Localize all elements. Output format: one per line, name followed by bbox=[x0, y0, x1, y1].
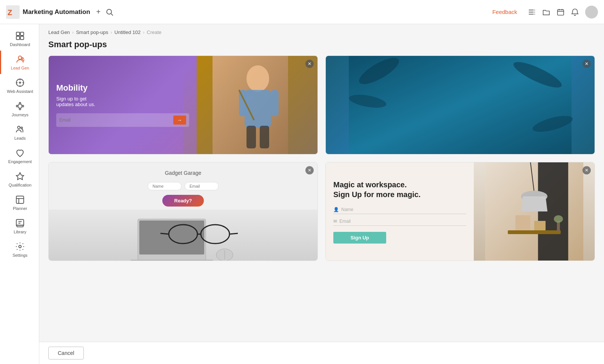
cancel-button[interactable]: Cancel bbox=[48, 347, 84, 359]
gadget-ready-button[interactable]: Ready? bbox=[162, 195, 204, 207]
svg-rect-35 bbox=[16, 219, 24, 225]
library-icon bbox=[15, 218, 25, 228]
sidebar-label-web-assistant: Web Assistant bbox=[7, 89, 33, 94]
sidebar-item-web-assistant[interactable]: Web Assistant bbox=[0, 74, 39, 97]
svg-point-40 bbox=[247, 65, 269, 92]
svg-rect-4 bbox=[529, 9, 534, 10]
breadcrumb: Lead Gen › Smart pop-ups › Untitled 102 … bbox=[39, 24, 604, 38]
gadget-name-input[interactable] bbox=[148, 182, 182, 190]
page-title: Smart pop-ups bbox=[48, 40, 595, 49]
svg-text:Z: Z bbox=[8, 8, 12, 17]
sidebar-label-leads: Leads bbox=[14, 136, 26, 140]
card-magic-close[interactable]: ✕ bbox=[582, 166, 591, 174]
svg-point-2 bbox=[106, 9, 111, 14]
card-mobility[interactable]: Mobility Sign up to getupdates about us.… bbox=[48, 56, 318, 154]
settings-icon bbox=[15, 242, 25, 251]
svg-rect-9 bbox=[534, 14, 535, 14]
card-zylker-close[interactable]: ✕ bbox=[582, 60, 591, 68]
svg-point-22 bbox=[19, 102, 21, 104]
breadcrumb-untitled[interactable]: Untitled 102 bbox=[114, 29, 140, 35]
magic-email-row: ✉ Email bbox=[333, 217, 466, 226]
svg-rect-44 bbox=[247, 126, 256, 148]
cards-grid: Mobility Sign up to getupdates about us.… bbox=[39, 56, 604, 342]
svg-line-59 bbox=[230, 233, 238, 234]
sidebar-item-planner[interactable]: Planner bbox=[0, 191, 39, 214]
person-silhouette bbox=[183, 56, 317, 154]
breadcrumb-lead-gen[interactable]: Lead Gen bbox=[48, 29, 70, 35]
card-gadget-close[interactable]: ✕ bbox=[305, 166, 314, 174]
svg-line-58 bbox=[160, 233, 169, 234]
card-magic-illustration bbox=[474, 162, 595, 261]
card-zylker-inner: ZYLKER HOMESTAYS Username Email Enter bbox=[326, 56, 595, 154]
calendar-icon[interactable] bbox=[556, 8, 565, 16]
svg-rect-68 bbox=[534, 221, 545, 230]
list-icon[interactable] bbox=[528, 8, 536, 16]
card-mobility-close[interactable]: ✕ bbox=[305, 60, 314, 68]
svg-rect-17 bbox=[20, 36, 24, 40]
add-button[interactable]: + bbox=[96, 8, 101, 16]
svg-rect-66 bbox=[508, 230, 561, 234]
sidebar: Dashboard Lead Gen Web Assistant bbox=[0, 24, 39, 364]
breadcrumb-smart-popups[interactable]: Smart pop-ups bbox=[76, 29, 108, 35]
card-mobility-submit[interactable]: → bbox=[173, 116, 186, 125]
magic-name-icon: 👤 bbox=[333, 207, 339, 212]
card-zylker[interactable]: ZYLKER HOMESTAYS Username Email Enter bbox=[325, 56, 595, 154]
card-mobility-overlay: Mobility Sign up to getupdates about us.… bbox=[49, 56, 197, 154]
svg-point-19 bbox=[22, 58, 23, 59]
page-header: Smart pop-ups bbox=[39, 38, 604, 56]
folder-icon[interactable] bbox=[542, 8, 550, 16]
card-zylker-bg: ZYLKER HOMESTAYS Username Email Enter bbox=[326, 56, 595, 154]
card-gadget[interactable]: Gadget Garage Ready? bbox=[48, 162, 318, 261]
svg-point-38 bbox=[19, 245, 22, 248]
leads-icon bbox=[15, 125, 25, 134]
sidebar-label-lead-gen: Lead Gen bbox=[11, 66, 29, 70]
magic-signup-button[interactable]: Sign Up bbox=[333, 232, 386, 244]
sidebar-item-settings[interactable]: Settings bbox=[0, 238, 39, 261]
sidebar-item-leads[interactable]: Leads bbox=[0, 121, 39, 144]
gadget-email-input[interactable] bbox=[185, 182, 219, 190]
card-gadget-inner: Gadget Garage Ready? bbox=[49, 162, 317, 261]
svg-point-24 bbox=[19, 108, 21, 110]
qualification-icon bbox=[15, 171, 25, 181]
card-magic-inner: Magic at workspace.Sign Up for more magi… bbox=[326, 162, 595, 261]
svg-rect-5 bbox=[529, 12, 534, 12]
dashboard-icon bbox=[15, 31, 25, 41]
notification-icon[interactable] bbox=[571, 8, 579, 16]
search-icon[interactable] bbox=[105, 8, 114, 16]
breadcrumb-sep-2: › bbox=[111, 29, 112, 35]
card-zylker-bg-svg bbox=[326, 56, 595, 154]
sidebar-label-engagement: Engagement bbox=[8, 159, 32, 164]
card-mobility-person-img bbox=[183, 56, 317, 154]
main-content: Lead Gen › Smart pop-ups › Untitled 102 … bbox=[39, 24, 604, 364]
sidebar-item-dashboard[interactable]: Dashboard bbox=[0, 27, 39, 51]
layout: Dashboard Lead Gen Web Assistant bbox=[0, 24, 604, 364]
gadget-brand: Gadget Garage bbox=[165, 170, 202, 176]
sidebar-item-engagement[interactable]: Engagement bbox=[0, 144, 39, 168]
card-magic-bg: Magic at workspace.Sign Up for more magi… bbox=[326, 162, 595, 261]
card-mobility-bg: Mobility Sign up to getupdates about us.… bbox=[49, 56, 317, 154]
svg-point-18 bbox=[18, 56, 22, 59]
topbar-actions: + bbox=[96, 8, 114, 16]
planner-icon bbox=[15, 195, 25, 205]
magic-email-placeholder: Email bbox=[339, 219, 351, 224]
sidebar-item-lead-gen[interactable]: Lead Gen bbox=[0, 51, 39, 74]
avatar[interactable] bbox=[585, 6, 598, 19]
gadget-img-area bbox=[49, 210, 317, 261]
card-mobility-email-input[interactable] bbox=[59, 117, 170, 123]
card-mobility-title: Mobility bbox=[56, 83, 189, 93]
gadget-inputs bbox=[148, 182, 219, 190]
topbar-right: Feedback bbox=[488, 6, 598, 19]
sidebar-label-dashboard: Dashboard bbox=[10, 42, 30, 47]
svg-rect-10 bbox=[558, 9, 564, 15]
svg-line-26 bbox=[21, 104, 22, 106]
web-assistant-icon bbox=[15, 78, 25, 88]
sidebar-item-journeys[interactable]: Journeys bbox=[0, 97, 39, 121]
card-magic[interactable]: Magic at workspace.Sign Up for more magi… bbox=[325, 162, 595, 261]
svg-point-29 bbox=[18, 126, 20, 129]
sidebar-item-qualification[interactable]: Qualification bbox=[0, 168, 39, 191]
card-mobility-form: → bbox=[56, 113, 189, 127]
feedback-button[interactable]: Feedback bbox=[488, 6, 522, 17]
sidebar-item-library[interactable]: Library bbox=[0, 214, 39, 238]
magic-name-placeholder: Name bbox=[341, 207, 353, 212]
svg-rect-16 bbox=[16, 36, 20, 40]
